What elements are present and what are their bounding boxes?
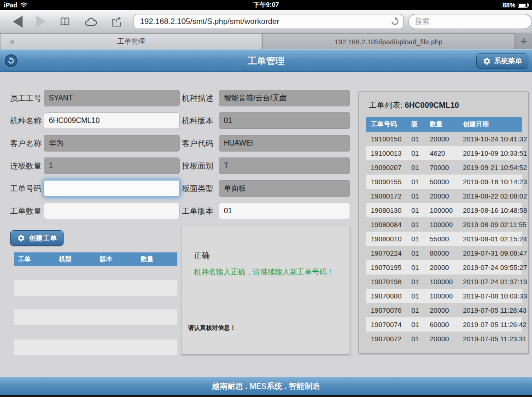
customer-name-field [44, 135, 180, 152]
worklist-row[interactable]: 1908001001550002019-08-01 02:15:24 [366, 232, 522, 246]
field-label: 客户名称 [10, 138, 44, 149]
new-tab-button[interactable]: + [515, 33, 532, 49]
page-title: 工单管理 [0, 50, 532, 72]
system-menu-label: 系统菜单 [494, 57, 522, 65]
share-icon[interactable] [111, 16, 123, 27]
worklist-cell: 01 [407, 274, 425, 289]
field-label: 投板面别 [180, 161, 219, 171]
worklist-row[interactable]: 191000130146202019-10-09 10:33:51 [366, 146, 522, 160]
worklist-cell: 70000 [425, 160, 458, 175]
model-description-field [219, 90, 350, 106]
worklist-cell: 01 [407, 217, 425, 232]
address-url-text: 192.168.2.105/smt/S.php/smt/workorder [140, 17, 391, 26]
field-label: 工单数量 [10, 206, 44, 216]
footer-text: 越南耐思 . MES系统 . 智能制造 [212, 381, 320, 391]
worklist-cell: 100000 [425, 203, 458, 217]
worklist-cell: 19070076 [366, 303, 407, 317]
worklist-cell: 01 [407, 232, 425, 246]
cloud-icon[interactable] [84, 17, 98, 27]
worklist-cell: 2019-09-21 10:54:52 [458, 160, 522, 175]
worklist-cell: 2019-07-31 09:08:47 [458, 246, 522, 260]
status-bar: iPad 下午9:07 88% [0, 0, 532, 10]
worklist-row[interactable]: 1907007401600002019-07-05 11:26:42 [366, 317, 522, 332]
ipad-screen: iPad 下午9:07 88% [0, 0, 532, 397]
pending-col-header: 机型 [55, 255, 96, 263]
field-label: 机种版本 [180, 116, 219, 126]
worklist-cell: 01 [407, 203, 425, 217]
worklist-row[interactable]: 19080130011000002019-08-16 10:48:58 [366, 203, 522, 217]
worklist-cell: 19070224 [366, 246, 407, 260]
worklist-col-header: 版 [407, 117, 425, 132]
worklist-row[interactable]: 1909015501500002019-09-18 10:14:23 [366, 175, 522, 189]
page-back-button[interactable] [5, 54, 18, 67]
create-workorder-button[interactable]: 创建工单 [10, 230, 64, 246]
address-bar[interactable]: 192.168.2.105/smt/S.php/smt/workorder [134, 14, 403, 29]
worklist-cell: 20000 [425, 303, 458, 317]
pending-col-header: 工单 [14, 255, 55, 263]
worklist-cell: 01 [407, 146, 425, 160]
app-header: 工单管理 系统菜单 [0, 49, 532, 72]
bookmarks-icon[interactable] [59, 17, 71, 27]
worklist-title: 工单列表: 6HC009CML10 [369, 100, 528, 111]
status-time: 下午9:07 [0, 1, 532, 9]
panel-count-field [44, 158, 180, 174]
worklist-row[interactable]: 1908017201200002019-08-22 02:08:02 [366, 189, 522, 203]
tab-bar: × 工单管理 192.168.2.105/ipad/upload_file.ph… [0, 33, 532, 49]
worklist-cell: 01 [407, 260, 425, 274]
worklist-row[interactable]: 1907022401800002019-07-31 09:08:47 [366, 246, 522, 260]
worklist-row[interactable]: 1907019501200002019-07-24 09:55:27 [366, 260, 522, 274]
reload-icon[interactable] [391, 17, 399, 26]
worklist-row[interactable]: 1907007201200002019-07-05 11:23:31 [366, 332, 522, 346]
worklist-cell: 19070080 [366, 289, 407, 303]
worklist-cell: 19080172 [366, 189, 407, 203]
worklist-cell: 55000 [425, 232, 458, 246]
workorder-version-field[interactable] [219, 203, 350, 219]
message-panel: 正确 机种名输入正确，请继续输入新工单号码！ 请认真核对信息！ [181, 226, 350, 355]
worklist-cell: 01 [407, 317, 425, 332]
workorder-number-field[interactable] [44, 180, 180, 197]
battery-percent: 88% [503, 1, 515, 9]
worklist-cell: 01 [407, 160, 425, 175]
tab-workorder[interactable]: × 工单管理 [0, 33, 262, 49]
worklist-cell: 2019-07-24 01:37:19 [458, 274, 522, 289]
worklist-row[interactable]: 19080084011000002019-08-09 02:11:55 [366, 217, 522, 232]
model-version-field [219, 112, 350, 129]
worklist-cell: 19090155 [366, 175, 407, 189]
worklist-header-row: 工单号码 版 数量 创建日期 [366, 117, 522, 132]
workorder-form: 员工工号 机种描述 机种名称 机种版本 客户名称 客户代码 连板数量 投板面别 … [10, 90, 350, 219]
worklist-cell: 01 [407, 175, 425, 189]
employee-id-field [44, 90, 180, 106]
close-tab-icon[interactable]: × [10, 37, 15, 46]
worklist-cell: 19080010 [366, 232, 407, 246]
worklist-cell: 2019-09-18 10:14:23 [458, 175, 522, 189]
worklist-cell: 01 [407, 303, 425, 317]
worklist-cell: 100000 [425, 274, 458, 289]
field-label: 客户代码 [180, 138, 219, 149]
worklist-cell: 50000 [425, 175, 458, 189]
message-title: 正确 [194, 250, 350, 261]
worklist-cell: 19100150 [366, 132, 407, 146]
field-label: 连板数量 [10, 161, 44, 171]
worklist-row[interactable]: 19070198011000002019-07-24 01:37:19 [366, 274, 522, 289]
workorder-qty-field[interactable] [44, 203, 180, 219]
pending-empty-row [14, 280, 177, 296]
worklist-cell: 2019-07-08 10:03:33 [458, 289, 522, 303]
system-menu-button[interactable]: 系统菜单 [476, 53, 528, 69]
browser-back-icon[interactable] [13, 16, 23, 28]
worklist-row[interactable]: 1909020701700002019-09-21 10:54:52 [366, 160, 522, 175]
worklist-row[interactable]: 19070080011000002019-07-08 10:03:33 [366, 289, 522, 303]
worklist-row[interactable]: 1910015001200002019-10-24 10:41:32 [366, 132, 522, 146]
worklist-col-header: 数量 [425, 117, 458, 132]
undo-arrow-icon [7, 57, 15, 64]
board-type-field [219, 180, 350, 197]
worklist-cell: 2019-07-05 11:28:43 [458, 303, 522, 317]
model-name-field[interactable] [44, 112, 180, 129]
browser-toolbar: 192.168.2.105/smt/S.php/smt/workorder [0, 10, 532, 33]
browser-forward-icon[interactable] [36, 16, 46, 28]
worklist-cell: 19090207 [366, 160, 407, 175]
worklist-row[interactable]: 1907007601200002019-07-05 11:28:43 [366, 303, 522, 317]
tab-upload-file[interactable]: 192.168.2.105/ipad/upload_file.php [262, 33, 515, 49]
search-input[interactable] [408, 14, 532, 29]
worklist-cell: 2019-10-24 10:41:32 [458, 132, 522, 146]
worklist-panel: 工单列表: 6HC009CML10 工单号码 版 数量 创建日期 1910015… [358, 91, 529, 354]
